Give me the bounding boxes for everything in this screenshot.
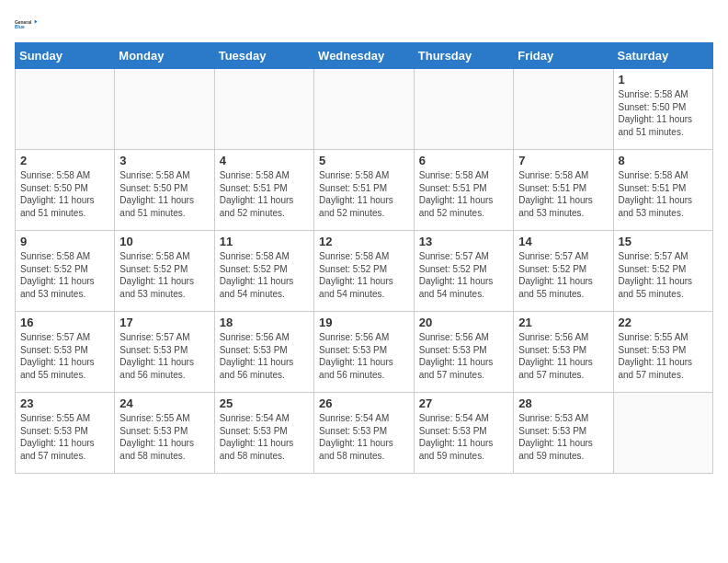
day-info: Sunrise: 5:58 AM Sunset: 5:51 PM Dayligh… <box>518 169 608 219</box>
calendar-cell: 4Sunrise: 5:58 AM Sunset: 5:51 PM Daylig… <box>214 150 313 231</box>
day-info: Sunrise: 5:57 AM Sunset: 5:53 PM Dayligh… <box>119 331 209 381</box>
calendar-cell <box>16 69 115 150</box>
calendar-cell <box>514 69 613 150</box>
day-info: Sunrise: 5:58 AM Sunset: 5:51 PM Dayligh… <box>220 169 309 219</box>
calendar-cell: 19Sunrise: 5:56 AM Sunset: 5:53 PM Dayli… <box>314 312 415 393</box>
calendar-cell: 28Sunrise: 5:53 AM Sunset: 5:53 PM Dayli… <box>514 393 613 474</box>
calendar-cell: 9Sunrise: 5:58 AM Sunset: 5:52 PM Daylig… <box>16 231 115 312</box>
page-header: GeneralBlue <box>15 15 713 35</box>
day-info: Sunrise: 5:58 AM Sunset: 5:50 PM Dayligh… <box>619 88 709 138</box>
day-number: 22 <box>619 316 709 329</box>
day-number: 5 <box>319 154 409 167</box>
calendar-cell: 27Sunrise: 5:54 AM Sunset: 5:53 PM Dayli… <box>414 393 513 474</box>
calendar-cell: 18Sunrise: 5:56 AM Sunset: 5:53 PM Dayli… <box>214 312 313 393</box>
day-number: 4 <box>220 154 309 167</box>
day-number: 16 <box>20 316 109 329</box>
day-info: Sunrise: 5:58 AM Sunset: 5:50 PM Dayligh… <box>119 169 209 219</box>
calendar-cell: 20Sunrise: 5:56 AM Sunset: 5:53 PM Dayli… <box>414 312 513 393</box>
calendar-cell: 10Sunrise: 5:58 AM Sunset: 5:52 PM Dayli… <box>115 231 214 312</box>
weekday-header-saturday: Saturday <box>613 43 713 69</box>
day-number: 20 <box>419 316 508 329</box>
calendar-table: SundayMondayTuesdayWednesdayThursdayFrid… <box>15 42 713 474</box>
day-number: 1 <box>619 73 709 86</box>
weekday-header-monday: Monday <box>115 43 214 69</box>
weekday-header-thursday: Thursday <box>414 43 513 69</box>
day-number: 27 <box>419 396 508 410</box>
day-info: Sunrise: 5:56 AM Sunset: 5:53 PM Dayligh… <box>518 331 608 381</box>
calendar-cell: 8Sunrise: 5:58 AM Sunset: 5:51 PM Daylig… <box>613 150 713 231</box>
day-info: Sunrise: 5:58 AM Sunset: 5:52 PM Dayligh… <box>20 250 109 300</box>
calendar-cell <box>214 69 313 150</box>
day-info: Sunrise: 5:55 AM Sunset: 5:53 PM Dayligh… <box>119 412 209 462</box>
day-number: 7 <box>518 154 608 167</box>
day-number: 12 <box>319 235 409 248</box>
day-number: 25 <box>220 396 309 410</box>
day-number: 19 <box>319 316 409 329</box>
day-info: Sunrise: 5:55 AM Sunset: 5:53 PM Dayligh… <box>619 331 709 381</box>
day-info: Sunrise: 5:58 AM Sunset: 5:52 PM Dayligh… <box>319 250 409 300</box>
day-info: Sunrise: 5:57 AM Sunset: 5:52 PM Dayligh… <box>619 250 709 300</box>
weekday-header-friday: Friday <box>514 43 613 69</box>
day-info: Sunrise: 5:58 AM Sunset: 5:52 PM Dayligh… <box>119 250 209 300</box>
calendar-cell: 21Sunrise: 5:56 AM Sunset: 5:53 PM Dayli… <box>514 312 613 393</box>
day-number: 26 <box>319 396 409 410</box>
day-info: Sunrise: 5:58 AM Sunset: 5:51 PM Dayligh… <box>319 169 409 219</box>
calendar-cell: 17Sunrise: 5:57 AM Sunset: 5:53 PM Dayli… <box>115 312 214 393</box>
svg-text:Blue: Blue <box>15 25 25 29</box>
calendar-week-row: 9Sunrise: 5:58 AM Sunset: 5:52 PM Daylig… <box>16 231 713 312</box>
weekday-header-wednesday: Wednesday <box>314 43 415 69</box>
calendar-cell: 22Sunrise: 5:55 AM Sunset: 5:53 PM Dayli… <box>613 312 713 393</box>
weekday-header-sunday: Sunday <box>16 43 115 69</box>
day-number: 2 <box>20 154 109 167</box>
day-number: 14 <box>518 235 608 248</box>
calendar-cell: 25Sunrise: 5:54 AM Sunset: 5:53 PM Dayli… <box>214 393 313 474</box>
day-info: Sunrise: 5:57 AM Sunset: 5:53 PM Dayligh… <box>20 331 109 381</box>
day-number: 10 <box>119 235 209 248</box>
calendar-cell: 5Sunrise: 5:58 AM Sunset: 5:51 PM Daylig… <box>314 150 415 231</box>
day-number: 18 <box>220 316 309 329</box>
day-number: 21 <box>518 316 608 329</box>
weekday-header-tuesday: Tuesday <box>214 43 313 69</box>
svg-marker-1 <box>35 19 38 23</box>
day-number: 3 <box>119 154 209 167</box>
day-number: 28 <box>518 396 608 410</box>
day-info: Sunrise: 5:56 AM Sunset: 5:53 PM Dayligh… <box>319 331 409 381</box>
logo: GeneralBlue <box>15 15 40 35</box>
day-info: Sunrise: 5:53 AM Sunset: 5:53 PM Dayligh… <box>518 412 608 462</box>
calendar-cell: 7Sunrise: 5:58 AM Sunset: 5:51 PM Daylig… <box>514 150 613 231</box>
svg-text:General: General <box>15 20 32 25</box>
calendar-week-row: 16Sunrise: 5:57 AM Sunset: 5:53 PM Dayli… <box>16 312 713 393</box>
calendar-cell: 23Sunrise: 5:55 AM Sunset: 5:53 PM Dayli… <box>16 393 115 474</box>
day-number: 23 <box>20 396 109 410</box>
day-info: Sunrise: 5:54 AM Sunset: 5:53 PM Dayligh… <box>319 412 409 462</box>
day-number: 9 <box>20 235 109 248</box>
calendar-cell <box>115 69 214 150</box>
logo-icon: GeneralBlue <box>15 15 40 35</box>
calendar-cell: 12Sunrise: 5:58 AM Sunset: 5:52 PM Dayli… <box>314 231 415 312</box>
day-info: Sunrise: 5:58 AM Sunset: 5:50 PM Dayligh… <box>20 169 109 219</box>
calendar-cell: 11Sunrise: 5:58 AM Sunset: 5:52 PM Dayli… <box>214 231 313 312</box>
calendar-cell: 14Sunrise: 5:57 AM Sunset: 5:52 PM Dayli… <box>514 231 613 312</box>
calendar-week-row: 23Sunrise: 5:55 AM Sunset: 5:53 PM Dayli… <box>16 393 713 474</box>
day-number: 17 <box>119 316 209 329</box>
day-info: Sunrise: 5:58 AM Sunset: 5:51 PM Dayligh… <box>419 169 508 219</box>
calendar-cell: 6Sunrise: 5:58 AM Sunset: 5:51 PM Daylig… <box>414 150 513 231</box>
calendar-week-row: 1Sunrise: 5:58 AM Sunset: 5:50 PM Daylig… <box>16 69 713 150</box>
calendar-cell <box>314 69 415 150</box>
calendar-cell: 2Sunrise: 5:58 AM Sunset: 5:50 PM Daylig… <box>16 150 115 231</box>
day-info: Sunrise: 5:57 AM Sunset: 5:52 PM Dayligh… <box>518 250 608 300</box>
day-info: Sunrise: 5:58 AM Sunset: 5:52 PM Dayligh… <box>220 250 309 300</box>
calendar-cell: 24Sunrise: 5:55 AM Sunset: 5:53 PM Dayli… <box>115 393 214 474</box>
day-number: 6 <box>419 154 508 167</box>
calendar-cell: 3Sunrise: 5:58 AM Sunset: 5:50 PM Daylig… <box>115 150 214 231</box>
day-info: Sunrise: 5:57 AM Sunset: 5:52 PM Dayligh… <box>419 250 508 300</box>
calendar-cell: 1Sunrise: 5:58 AM Sunset: 5:50 PM Daylig… <box>613 69 713 150</box>
calendar-cell: 26Sunrise: 5:54 AM Sunset: 5:53 PM Dayli… <box>314 393 415 474</box>
day-number: 8 <box>619 154 709 167</box>
calendar-cell: 16Sunrise: 5:57 AM Sunset: 5:53 PM Dayli… <box>16 312 115 393</box>
day-number: 15 <box>619 235 709 248</box>
day-info: Sunrise: 5:56 AM Sunset: 5:53 PM Dayligh… <box>419 331 508 381</box>
day-number: 24 <box>119 396 209 410</box>
calendar-cell: 13Sunrise: 5:57 AM Sunset: 5:52 PM Dayli… <box>414 231 513 312</box>
day-info: Sunrise: 5:54 AM Sunset: 5:53 PM Dayligh… <box>220 412 309 462</box>
